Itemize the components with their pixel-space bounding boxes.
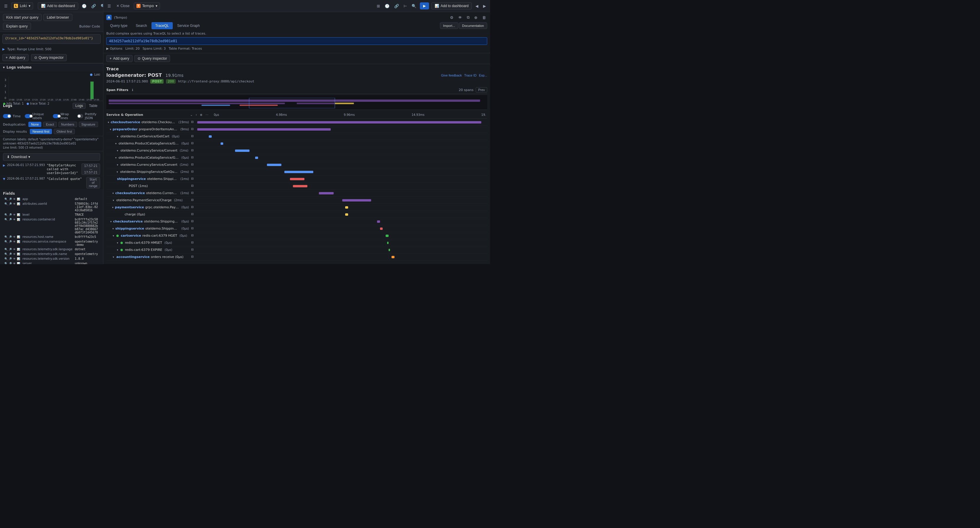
right-time-icon[interactable]: 🕐 [383,3,391,9]
zoom-field-icon[interactable]: 🔍 [4,257,8,261]
right-nav-right-icon[interactable]: ▶ [482,3,487,9]
add-query-button[interactable]: + Kick start your query Add query [2,54,29,61]
add-query-right-button[interactable]: + Add query [106,55,132,62]
span-filters-info-icon[interactable]: ℹ [131,88,134,92]
expand-span-icon[interactable]: ▾ [110,128,111,131]
exclude-field-icon[interactable]: 🔎 [8,235,12,239]
expand-span-icon[interactable]: ▾ [108,121,110,124]
options-expand[interactable]: ▶ Options [106,47,122,51]
zoom-field-icon[interactable]: 🔍 [4,252,8,256]
span-detail-icon[interactable]: ⊟ [191,142,195,146]
stats-field-icon[interactable]: 📊 [16,247,20,251]
query-delete-icon[interactable]: 🗑 [481,15,487,21]
zoom-field-icon[interactable]: 🔍 [4,240,8,244]
query-options-icon[interactable]: ⚙ [449,15,455,21]
dedup-numbers-btn[interactable]: Numbers [59,122,77,127]
label-browser-button[interactable]: Label browser [43,14,72,21]
eye-field-icon[interactable]: 👁 [13,202,16,206]
span-row[interactable]: ▾ oteldemo.ShippingService/GetQuote (2ms… [106,168,487,175]
span-row[interactable]: ▾ cartservice redis-cart:6379 HGET (0μs)… [106,232,487,239]
eye-field-icon[interactable]: 👁 [13,257,16,261]
span-detail-icon[interactable]: ⊟ [191,120,195,124]
logs-volume-header[interactable]: ▾ Logs volume [0,63,103,71]
time-picker-icon[interactable]: 🕐 [81,3,88,9]
documentation-button[interactable]: Documentation [459,22,487,29]
tab-search[interactable]: Search [132,22,151,29]
span-detail-icon[interactable]: ⊟ [191,255,195,259]
span-row[interactable]: shippingservice oteldemo.ShippingService… [106,175,487,183]
span-detail-icon[interactable]: ⊟ [191,148,195,153]
query-copy-icon[interactable]: ⧉ [466,14,471,21]
tempo-datasource-select[interactable]: T Tempo ▾ [134,2,160,10]
span-detail-icon[interactable]: ⊟ [191,191,195,195]
eye-field-icon[interactable]: 👁 [13,218,16,221]
span-detail-icon[interactable]: ⊟ [191,212,195,217]
query-eye-icon[interactable]: 👁 [457,15,463,21]
loki-datasource-select[interactable]: L Loki ▾ [11,2,33,10]
span-row[interactable]: ▾ redis-cart:6379 HMSET (0μs) ⊟ [106,239,487,246]
exclude-field-icon[interactable]: 🔎 [8,240,12,244]
right-zoom-icon[interactable]: 🔍 [410,3,417,9]
span-row[interactable]: ▾ shippingservice oteldemo.ShippingServi… [106,225,487,232]
span-detail-icon[interactable]: ⊟ [191,205,195,209]
expand-all-icon[interactable]: ⌄ [189,113,194,117]
span-row[interactable]: ▾ oteldemo.ProductCatalogService/GetProd… [106,154,487,161]
span-row[interactable]: ▾ oteldemo.ProductCatalogService/GetProd… [106,140,487,147]
stats-field-icon[interactable]: 📊 [16,262,20,264]
right-split-icon[interactable]: ⊢ [402,3,408,9]
eye-field-icon[interactable]: 👁 [13,197,16,201]
right-nav-left-icon[interactable]: ◀ [474,3,479,9]
expand-span-icon[interactable]: ▾ [111,234,115,238]
query-inspector-right-button[interactable]: ⊙ Query inspector [134,55,170,62]
stats-field-icon[interactable]: 📊 [16,257,20,261]
span-detail-icon[interactable]: ⊟ [191,198,195,203]
eye-field-icon[interactable]: 👁 [13,240,16,244]
span-detail-icon[interactable]: ⊟ [191,156,195,160]
span-row[interactable]: ▾ prepareOrder prepareOrderItemsAndShipp… [106,126,487,133]
stats-field-icon[interactable]: 📊 [16,197,20,201]
time-toggle[interactable] [3,114,11,118]
eye-field-icon[interactable]: 👁 [13,252,16,256]
expand-span-icon[interactable]: ▾ [111,255,115,259]
dedup-none-btn[interactable]: None [29,122,41,127]
give-feedback-button[interactable]: Give feedback [441,73,462,77]
span-detail-icon[interactable]: ⊟ [191,134,195,139]
tab-service-graph[interactable]: Service Graph [173,22,204,29]
span-row[interactable]: ▾ oteldemo.CartService/GetCart (0μs) ⊟ [106,133,487,140]
span-detail-icon[interactable]: ⊟ [191,248,195,252]
span-row[interactable]: ▾ oteldemo.PaymentService/Charge (2ms) ⊟ [106,197,487,204]
span-row[interactable]: ▾ oteldemo.CurrencyService/Convert (1ms)… [106,147,487,154]
eye-field-icon[interactable]: 👁 [13,247,16,251]
zoom-field-icon[interactable]: 🔍 [4,262,8,264]
span-row[interactable]: ▾ paymentservice grpc.oteldemo.PaymentSe… [106,204,487,211]
stats-field-icon[interactable]: 📊 [16,202,20,206]
stats-field-icon[interactable]: 📊 [16,252,20,256]
trace-id-button[interactable]: Trace ID [464,73,477,77]
zoom-field-icon[interactable]: 🔍 [4,235,8,239]
span-detail-icon[interactable]: ⊟ [191,163,195,167]
stats-field-icon[interactable]: 📊 [16,218,20,221]
log-entry[interactable]: ▶ 2024-06-01 17:57:21.993 "EmptyCartAsyn… [0,163,103,176]
right-share-icon[interactable]: 🔗 [393,3,400,9]
eye-field-icon[interactable]: 👁 [13,262,16,264]
exclude-field-icon[interactable]: 🔎 [8,247,12,251]
zoom-field-icon[interactable]: 🔍 [4,202,8,206]
span-detail-icon[interactable]: ⊟ [191,184,195,188]
span-row[interactable]: ▾ redis-cart:6379 EXPIRE (0μs) ⊟ [106,246,487,254]
span-row[interactable]: charge (0μs) ⊟ [106,211,487,218]
span-detail-icon[interactable]: ⊟ [191,177,195,181]
span-row[interactable]: ▾ checkoutservice oteldemo.CurrencyServi… [106,190,487,197]
newest-first-btn[interactable]: Newest first [30,129,52,134]
expand-span-icon[interactable]: ▾ [116,163,119,167]
close-button[interactable]: ✕ Close [115,3,131,9]
expand-span-icon[interactable]: ▾ [116,248,119,252]
expand-span-icon[interactable] [124,184,127,188]
expand-span-icon[interactable]: ▾ [112,227,114,230]
expand-span-icon[interactable] [114,177,116,181]
exclude-field-icon[interactable]: 🔎 [8,218,12,221]
kick-start-button[interactable]: Kick start your query [3,14,41,21]
zoom-field-icon[interactable]: 🔍 [4,247,8,251]
right-run-button[interactable]: ▶ [420,2,429,10]
stats-field-icon[interactable]: 📊 [16,235,20,239]
prev-span-button[interactable]: Prev [476,87,487,93]
